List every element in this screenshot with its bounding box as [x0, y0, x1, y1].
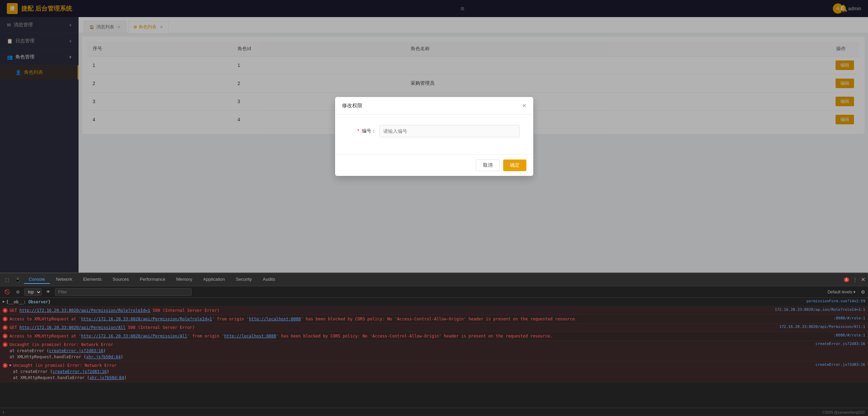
console-input-field[interactable]	[6, 410, 865, 415]
devtools-tab-performance[interactable]: Performance	[135, 275, 170, 284]
devtools-more-button[interactable]: ⋮	[851, 276, 859, 284]
expand-icon[interactable]: ▶	[10, 363, 12, 367]
console-line-networkerr1: ✕ Uncaught (in promise) Error: Network E…	[0, 341, 868, 361]
devtools-toolbar: ⬚ 📱 Console Network Elements Sources Per…	[0, 273, 868, 286]
devtools-tab-audits[interactable]: Audits	[258, 275, 280, 284]
console-text-get1: GET http://172.16.20.33:8020/api/Permiss…	[10, 307, 771, 314]
error-indicator-5: ✕	[3, 342, 8, 347]
devtools-tab-elements[interactable]: Elements	[78, 275, 106, 284]
console-text-get2: GET http://172.16.20.33:8020/api/Permiss…	[10, 324, 776, 331]
form-label-code: * 编号：	[349, 128, 376, 134]
error-indicator-1: ✕	[3, 308, 8, 313]
modal-overlay: 修改权限 ✕ * 编号： 取消 确定	[0, 0, 868, 273]
console-line-get1: ✕ GET http://172.16.20.33:8020/api/Permi…	[0, 306, 868, 315]
devtools-right-controls: 8 ⋮ ✕	[843, 276, 865, 284]
modal-close-button[interactable]: ✕	[522, 102, 526, 109]
modal-title: 修改权限	[342, 102, 362, 109]
confirm-button[interactable]: 确定	[503, 160, 526, 171]
default-levels-dropdown[interactable]: Default levels ▾	[828, 290, 855, 294]
modal-header: 修改权限 ✕	[335, 97, 533, 115]
devtools-tab-application[interactable]: Application	[198, 275, 230, 284]
console-line-networkerr2: ✕ ▶ Uncaught (in promise) Error: Network…	[0, 361, 868, 382]
form-input-code[interactable]	[380, 125, 520, 137]
console-ref-networkerr2[interactable]: createError.js?2d83:16	[815, 362, 865, 367]
triangle-icon: ▶	[3, 300, 5, 303]
console-settings-button[interactable]: ⚙	[861, 289, 865, 295]
console-text-cors1: Access to XMLHttpRequest at 'http://172.…	[10, 316, 830, 322]
console-ref-get1[interactable]: 172.16.20.33:8020/ap.ion/Role?roleId=1:1	[775, 307, 865, 312]
modal-edit-permission: 修改权限 ✕ * 编号： 取消 确定	[335, 97, 533, 176]
devtools-panel: ⬚ 📱 Console Network Elements Sources Per…	[0, 273, 868, 416]
console-ref-get2[interactable]: 172.16.20.33:8020/api/Permission/All:1	[779, 324, 865, 329]
console-ref-observer[interactable]: permissionForm.vue?14e2:59	[807, 299, 865, 303]
console-ref-cors2[interactable]: :8080/#/role:1	[833, 333, 865, 337]
error-indicator-4: ✕	[3, 334, 8, 338]
console-line-cors2: ✕ Access to XMLHttpRequest at 'http://17…	[0, 332, 868, 341]
console-text-networkerr2: Uncaught (in promise) Error: Network Err…	[13, 362, 812, 381]
console-text-networkerr1: Uncaught (in promise) Error: Network Err…	[10, 342, 812, 360]
console-eye-button[interactable]: 👁	[44, 288, 52, 295]
console-line-get2: ✕ GET http://172.16.20.33:8020/api/Permi…	[0, 323, 868, 332]
devtools-inspect-button[interactable]: ⬚	[3, 276, 11, 284]
console-filter-toggle[interactable]: ⊘	[14, 288, 22, 295]
required-star: *	[357, 128, 359, 134]
devtools-tab-network[interactable]: Network	[51, 275, 77, 284]
console-output[interactable]: ▶ {__ob__: Observer} permissionForm.vue?…	[0, 298, 868, 408]
console-text-observer: {__ob__: Observer}	[6, 299, 803, 305]
console-clear-button[interactable]: 🚫	[3, 288, 12, 295]
devtools-close-button[interactable]: ✕	[861, 276, 865, 283]
error-indicator-2: ✕	[3, 317, 8, 321]
devtools-tab-console[interactable]: Console	[24, 275, 50, 284]
modal-footer: 取消 确定	[335, 154, 533, 176]
console-input-line: ›	[0, 408, 868, 416]
console-ref-cors1[interactable]: :8080/#/role:1	[833, 316, 865, 320]
devtools-tab-security[interactable]: Security	[231, 275, 257, 284]
console-filter-bar: 🚫 ⊘ top 👁 Default levels ▾ ⚙	[0, 286, 868, 298]
console-ref-networkerr1[interactable]: createError.js?2d83:16	[815, 342, 865, 346]
watermark: CSDN @yenaocheng520	[822, 410, 865, 414]
console-line-observer: ▶ {__ob__: Observer} permissionForm.vue?…	[0, 298, 868, 306]
console-text-cors2: Access to XMLHttpRequest at 'http://172.…	[10, 333, 830, 339]
console-prompt: ›	[3, 410, 4, 415]
devtools-device-button[interactable]: 📱	[13, 276, 23, 284]
devtools-tab-memory[interactable]: Memory	[171, 275, 197, 284]
cancel-button[interactable]: 取消	[476, 160, 500, 171]
console-context-select[interactable]: top	[24, 288, 42, 296]
modal-body: * 编号：	[335, 115, 533, 154]
devtools-tab-sources[interactable]: Sources	[108, 275, 134, 284]
console-filter-input[interactable]	[55, 288, 192, 296]
error-count-badge: 8	[844, 277, 849, 282]
error-indicator-6: ✕	[3, 363, 8, 368]
form-row-code: * 编号：	[349, 125, 520, 137]
console-line-cors1: ✕ Access to XMLHttpRequest at 'http://17…	[0, 315, 868, 323]
error-indicator-3: ✕	[3, 325, 8, 330]
